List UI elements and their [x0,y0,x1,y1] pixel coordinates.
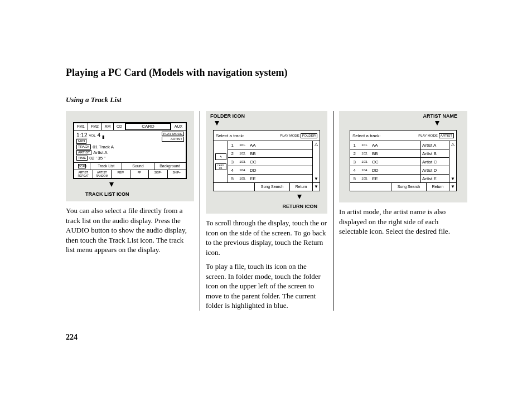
page-number: 224 [66,333,467,342]
scroll-up-icon[interactable]: △ [315,142,318,147]
song-search-button[interactable]: Song Search [255,183,290,191]
artist-name-cell: Artist A [421,143,449,148]
play-mode-label: PLAY MODE [418,134,437,137]
src-fm2-button[interactable]: FM2 [88,123,102,130]
footer-spacer [350,183,391,191]
track-row[interactable]: 3103.CCArtist C [350,158,449,166]
parent-folder-icon[interactable]: ↰ [215,153,226,160]
vol-label: VOL [89,134,95,137]
src-cd-button[interactable]: CD [114,123,125,130]
play-mode-button[interactable]: PLAY MODE [162,132,184,136]
artist-name-cell: Artist B [421,151,449,156]
scan-button[interactable]: SCAN [74,163,90,170]
scroll-down-icon[interactable]: ▼ [451,177,455,181]
elapsed-time: 1:12 [76,132,87,138]
src-fm1-button[interactable]: FM1 [74,123,88,130]
figure-audio-unit: FM1 FM2 AM CD CARD AUX 1:12 VOL 4 ▮ [66,111,194,201]
src-am-button[interactable]: AM [102,123,114,130]
hk-repeat[interactable]: ARTIST REPEAT [74,170,93,178]
background-button[interactable]: Background [154,163,186,170]
pointer-folder-icon [215,121,219,125]
mp3-badge: MP3 [76,139,86,144]
pointer-return-icon [297,195,302,199]
label-return-icon: RETURN ICON [283,204,318,209]
scroll-up-icon[interactable]: △ [451,142,454,147]
section-subtitle: Using a Track List [66,95,467,104]
track-row[interactable]: 1101.AAArtist A [350,141,449,149]
figure-folder-panel: FOLDER ICON Select a track: PLAY MODE FO… [206,111,327,214]
time-value: 02 ' 35 '' [89,156,105,161]
label-tracklist-icon: TRACK LIST ICON [85,191,129,197]
card-folder-icon[interactable]: CARD101 [215,163,226,170]
artist-mode-button[interactable]: ARTIST [162,137,184,142]
artist-value: Artist A [93,150,107,155]
sound-button[interactable]: Sound [122,163,154,170]
footer-spacer [214,183,255,191]
hk-random[interactable]: ARTIST RANDOM [93,170,112,178]
scroll-down-icon[interactable]: ▼ [314,177,318,181]
col2-body-2: To play a file, touch its icon on the sc… [206,262,327,311]
track-list-button[interactable]: Track List [90,163,122,170]
col1-body: You can also select a file directly from… [66,206,194,255]
pointer-artist-name [435,121,439,125]
footer-down-icon[interactable]: ▼ [449,183,456,191]
track-row[interactable]: 4104.DDArtist D [350,166,449,175]
track-value: 01 Track A [93,144,114,149]
time-tag: TIME [76,156,88,161]
return-button[interactable]: Return [290,183,313,191]
track-row[interactable]: 3103.CC [228,158,312,166]
artist-name-cell: Artist E [421,176,449,181]
track-row[interactable]: 1101.AA [228,141,312,149]
return-button[interactable]: Return [427,183,449,191]
src-card-button[interactable]: CARD [125,123,171,130]
hk-skip-back[interactable]: SKIP- [149,170,168,178]
track-row[interactable]: 5105.EEArtist E [350,175,449,182]
panel-heading: Select a track: [352,133,381,138]
track-row[interactable]: 2102.BBArtist B [350,149,449,158]
folder-mode-button[interactable]: FOLDER [301,133,317,138]
pointer-tracklist-icon [109,182,114,187]
col3-body: In artist mode, the artist name is also … [339,207,467,236]
play-mode-label: PLAY MODE [280,134,299,137]
footer-down-icon[interactable]: ▼ [313,183,320,191]
figure-artist-panel: ARTIST NAME Select a track: PLAY MODE AR… [339,111,467,202]
track-row[interactable]: 2102.BB [228,149,312,158]
hk-rew[interactable]: REW [112,170,130,178]
src-aux-button[interactable]: AUX [171,123,186,130]
col2-body-1: To scroll through the display, touch the… [206,218,327,257]
track-row[interactable]: 5105.EE [228,175,312,182]
track-tag: TRACK [76,144,91,149]
song-search-button[interactable]: Song Search [391,183,427,191]
artist-tag: ARTIST [76,150,91,155]
vol-value: 4 [97,132,100,138]
label-folder-icon: FOLDER ICON [210,113,245,119]
artist-name-cell: Artist C [421,160,449,165]
hk-skip-fwd[interactable]: SKIP+ [168,170,186,178]
artist-name-cell: Artist D [421,168,449,173]
hk-ff[interactable]: FF [130,170,149,178]
label-artist-name: ARTIST NAME [423,113,458,119]
track-row[interactable]: 4104.DD [228,166,312,175]
page-title: Playing a PC Card (Models with navigatio… [66,67,467,79]
panel-heading: Select a track: [216,133,244,138]
artist-mode-button[interactable]: ARTIST [439,133,454,138]
